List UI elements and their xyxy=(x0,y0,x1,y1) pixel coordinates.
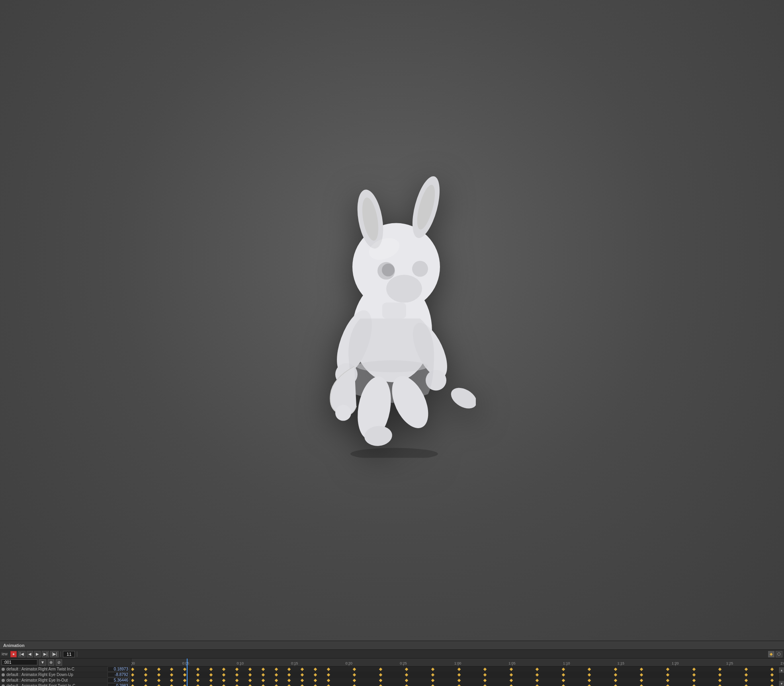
keyframe[interactable] xyxy=(457,678,460,682)
keyframe[interactable] xyxy=(248,684,252,686)
keyframe[interactable] xyxy=(262,667,265,670)
keyframe[interactable] xyxy=(405,678,408,682)
keyframe[interactable] xyxy=(692,673,695,676)
keyframe[interactable] xyxy=(157,667,160,670)
keyframe[interactable] xyxy=(483,678,487,682)
keyframe[interactable] xyxy=(131,684,134,686)
clip-name-input[interactable] xyxy=(2,659,37,665)
playhead[interactable] xyxy=(187,659,188,686)
keyframe[interactable] xyxy=(770,678,774,682)
keyframe[interactable] xyxy=(327,667,330,670)
keyframe[interactable] xyxy=(183,678,186,682)
keyframe[interactable] xyxy=(287,667,291,670)
keyframe[interactable] xyxy=(314,667,317,670)
keyframe[interactable] xyxy=(614,684,617,686)
add-keyframe-button[interactable]: ◆ xyxy=(768,651,774,657)
keyframe[interactable] xyxy=(379,684,382,686)
keyframe[interactable] xyxy=(561,667,565,670)
keyframe[interactable] xyxy=(353,673,356,676)
keyframe[interactable] xyxy=(287,673,291,676)
keyframe[interactable] xyxy=(131,673,134,676)
keyframe[interactable] xyxy=(314,673,317,676)
keyframe[interactable] xyxy=(353,667,356,670)
keyframe[interactable] xyxy=(536,667,539,670)
keyframe[interactable] xyxy=(314,684,317,686)
keyframe[interactable] xyxy=(287,684,291,686)
keyframe[interactable] xyxy=(666,667,669,670)
keyframe[interactable] xyxy=(431,673,434,676)
keyframe[interactable] xyxy=(235,673,239,676)
keyframe[interactable] xyxy=(274,678,278,682)
keyframe[interactable] xyxy=(209,673,212,676)
keyframe[interactable] xyxy=(744,673,747,676)
keyframe[interactable] xyxy=(274,684,278,686)
keyframe[interactable] xyxy=(666,678,669,682)
property-value[interactable]: -8.8792 xyxy=(108,672,129,677)
keyframe[interactable] xyxy=(405,684,408,686)
keyframe[interactable] xyxy=(170,678,173,682)
property-dot[interactable] xyxy=(2,673,5,676)
keyframe[interactable] xyxy=(235,667,239,670)
keyframe[interactable] xyxy=(248,667,252,670)
keyframe[interactable] xyxy=(262,678,265,682)
keyframe[interactable] xyxy=(405,673,408,676)
keyframe[interactable] xyxy=(379,673,382,676)
scroll-up-button[interactable]: ▲ xyxy=(779,667,784,673)
timeline-scrollbar[interactable]: ▲ ▼ xyxy=(778,667,784,686)
keyframe[interactable] xyxy=(457,673,460,676)
keyframe[interactable] xyxy=(301,684,304,686)
keyframe[interactable] xyxy=(588,673,591,676)
keyframe[interactable] xyxy=(509,684,512,686)
keyframe[interactable] xyxy=(327,678,330,682)
keyframe[interactable] xyxy=(483,667,487,670)
keyframe[interactable] xyxy=(248,673,252,676)
property-dot[interactable] xyxy=(2,668,5,671)
keyframe[interactable] xyxy=(222,667,225,670)
keyframe[interactable] xyxy=(770,667,774,670)
keyframe[interactable] xyxy=(666,684,669,686)
prev-frame-button[interactable]: ◀ xyxy=(27,651,33,657)
keyframe[interactable] xyxy=(483,673,487,676)
keyframe[interactable] xyxy=(131,678,134,682)
lock-button[interactable]: ⬡ xyxy=(776,651,782,657)
3d-viewport[interactable] xyxy=(0,0,784,641)
keyframe[interactable] xyxy=(536,684,539,686)
keyframe[interactable] xyxy=(353,684,356,686)
property-value[interactable]: 0.18973 xyxy=(108,667,129,672)
keyframe[interactable] xyxy=(483,684,487,686)
keyframe[interactable] xyxy=(457,667,460,670)
keyframe[interactable] xyxy=(353,678,356,682)
keyframe[interactable] xyxy=(301,667,304,670)
keyframe[interactable] xyxy=(196,667,199,670)
keyframe[interactable] xyxy=(262,673,265,676)
keyframe[interactable] xyxy=(157,678,160,682)
keyframe[interactable] xyxy=(170,673,173,676)
keyframe[interactable] xyxy=(274,673,278,676)
keyframe[interactable] xyxy=(718,678,721,682)
keyframe[interactable] xyxy=(131,667,134,670)
keyframe[interactable] xyxy=(509,667,512,670)
keyframe[interactable] xyxy=(157,673,160,676)
keyframe[interactable] xyxy=(144,678,147,682)
clip-dropdown-button[interactable]: ▼ xyxy=(39,659,46,666)
keyframe[interactable] xyxy=(692,667,695,670)
play-button[interactable]: ▶ xyxy=(34,651,41,657)
keyframe[interactable] xyxy=(640,678,643,682)
keyframe[interactable] xyxy=(640,684,643,686)
keyframe[interactable] xyxy=(196,678,199,682)
keyframe[interactable] xyxy=(144,673,147,676)
keyframe[interactable] xyxy=(431,667,434,670)
add-property-button[interactable]: ⊕ xyxy=(48,659,54,666)
next-frame-button[interactable]: ▶| xyxy=(42,651,49,657)
keyframe[interactable] xyxy=(196,673,199,676)
keyframe[interactable] xyxy=(509,673,512,676)
keyframe[interactable] xyxy=(183,673,186,676)
keyframe[interactable] xyxy=(457,684,460,686)
property-dot[interactable] xyxy=(2,684,5,686)
keyframe[interactable] xyxy=(183,684,186,686)
keyframe[interactable] xyxy=(640,667,643,670)
keyframe[interactable] xyxy=(183,667,186,670)
go-to-first-button[interactable]: |◀ xyxy=(18,651,25,657)
record-button[interactable]: ● xyxy=(10,651,17,657)
keyframe[interactable] xyxy=(431,684,434,686)
